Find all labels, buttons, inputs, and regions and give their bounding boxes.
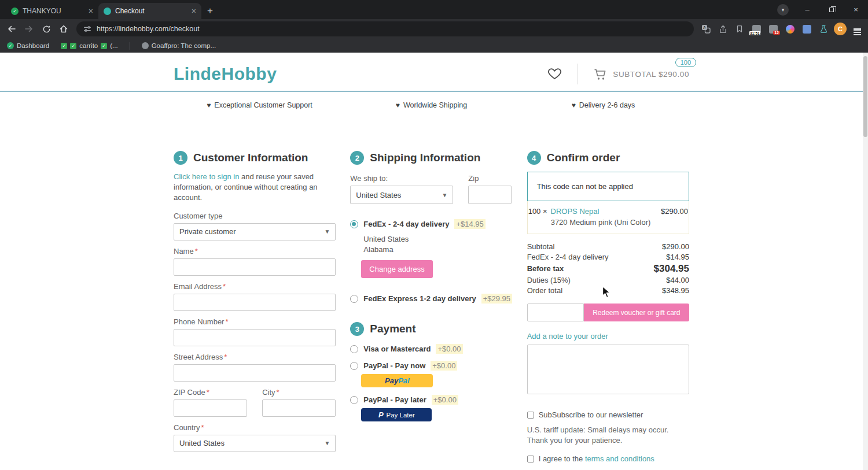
scrollbar-thumb[interactable] xyxy=(863,56,867,137)
bookmark-button[interactable] xyxy=(732,21,747,36)
terms-checkbox[interactable] xyxy=(527,456,534,462)
chevron-down-icon: ▾ xyxy=(777,4,789,16)
ship-address-country: United States xyxy=(363,234,512,245)
back-button[interactable] xyxy=(3,21,20,37)
share-button[interactable] xyxy=(715,21,730,36)
chevron-down-icon: ▼ xyxy=(324,228,330,235)
address-bar[interactable]: https://lindehobby.com/checkout xyxy=(76,21,694,36)
counter-badge: 12 xyxy=(773,31,780,35)
chevron-down-icon: ▼ xyxy=(442,192,447,198)
street-field[interactable] xyxy=(174,364,336,382)
radio-icon[interactable] xyxy=(350,362,358,370)
forward-icon xyxy=(24,24,34,34)
add-note-link[interactable]: Add a note to your order xyxy=(527,332,608,341)
forward-button[interactable] xyxy=(21,21,37,37)
tab-checkout[interactable]: Checkout × xyxy=(98,3,201,19)
bookmark-label: Dashboard xyxy=(17,42,49,49)
zip-label: Zip xyxy=(468,174,512,183)
bookmarks-divider xyxy=(130,42,130,50)
email-field[interactable] xyxy=(174,294,336,311)
bookmark-label: (... xyxy=(110,42,117,49)
zip-field[interactable] xyxy=(174,399,247,417)
step-number-badge: 3 xyxy=(350,322,364,336)
confirm-order-section: 4 Confirm order This code can not be app… xyxy=(527,151,689,463)
payment-section-header: 3 Payment xyxy=(350,322,512,336)
paypal-paylater-button[interactable]: P Pay Later xyxy=(361,408,432,421)
city-label: City* xyxy=(262,388,336,397)
bookmark-icon xyxy=(735,25,744,33)
extension-colorful-button[interactable] xyxy=(782,21,797,36)
close-button[interactable]: × xyxy=(844,0,868,19)
new-tab-button[interactable]: + xyxy=(201,5,219,19)
city-field[interactable] xyxy=(262,399,336,417)
reload-button[interactable] xyxy=(38,21,54,37)
restore-icon xyxy=(829,8,834,12)
step-number-badge: 1 xyxy=(174,151,187,165)
item-price: $290.00 xyxy=(661,207,688,216)
bookmark-label: Goaffpro: The comp... xyxy=(152,42,216,49)
phone-field[interactable] xyxy=(174,329,336,346)
phone-label: Phone Number* xyxy=(174,317,336,326)
newsletter-checkbox[interactable] xyxy=(527,412,534,419)
site-info-icon[interactable] xyxy=(83,25,91,33)
benefit-label: Exceptional Customer Support xyxy=(214,101,312,109)
ship-address-state: Alabama xyxy=(363,245,512,255)
toolbar-icons: A 31:51 12 C xyxy=(698,21,865,36)
svg-text:A: A xyxy=(703,25,706,29)
tab-search-button[interactable]: ▾ xyxy=(771,0,795,19)
tab-thankyou[interactable]: ✓ THANKYOU × xyxy=(6,3,98,19)
browser-menu-button[interactable] xyxy=(849,21,865,36)
section-title: Confirm order xyxy=(547,151,620,164)
heart-icon: ♥ xyxy=(572,101,576,109)
payment-option-paypal-later[interactable]: PayPal - Pay later +$0.00 xyxy=(350,395,512,405)
profile-button[interactable]: C xyxy=(833,21,848,36)
cart-count-badge: 100 xyxy=(675,58,696,67)
check-favicon-icon: ✓ xyxy=(70,43,76,49)
terms-link[interactable]: terms and conditions xyxy=(585,454,654,463)
colorful-extension-icon xyxy=(786,25,795,34)
ship-zip-field[interactable] xyxy=(468,186,512,204)
cart-summary[interactable]: SUBTOTAL $290.00 100 xyxy=(593,68,689,80)
shipping-option-fedex[interactable]: FedEx - 2-4 day delivery +$14.95 xyxy=(350,219,512,229)
labs-button[interactable] xyxy=(816,21,831,36)
heart-icon: ♥ xyxy=(396,101,400,109)
radio-icon[interactable] xyxy=(350,220,358,228)
voucher-code-field[interactable] xyxy=(527,304,584,321)
redeem-voucher-button[interactable]: Redeem voucher or gift card xyxy=(584,304,689,321)
name-field[interactable] xyxy=(174,258,336,276)
section-title: Customer Information xyxy=(193,151,308,164)
sign-in-link[interactable]: Click here to sign in xyxy=(174,172,239,181)
payment-option-paypal-now[interactable]: PayPal - Pay now +$0.00 xyxy=(350,361,512,371)
home-button[interactable] xyxy=(56,21,72,37)
radio-icon[interactable] xyxy=(350,295,358,303)
extension-blue-button[interactable] xyxy=(799,21,814,36)
extension-timer-button[interactable]: 31:51 xyxy=(749,21,764,36)
tab-close-icon[interactable]: × xyxy=(89,7,93,15)
bookmark-dashboard[interactable]: ✓ Dashboard xyxy=(7,42,49,49)
radio-icon[interactable] xyxy=(350,345,358,353)
change-address-button[interactable]: Change address xyxy=(361,260,432,278)
translate-icon: A xyxy=(701,24,711,34)
wishlist-button[interactable] xyxy=(547,66,562,83)
maximize-button[interactable] xyxy=(819,0,844,19)
paypal-button[interactable]: PayPal xyxy=(361,374,433,387)
bookmark-carrito[interactable]: ✓ ✓ carrito ✓ (... xyxy=(61,42,117,49)
customer-type-select[interactable]: Private customer▼ xyxy=(174,223,336,240)
tab-close-icon[interactable]: × xyxy=(192,7,196,15)
extension-counter-button[interactable]: 12 xyxy=(766,21,781,36)
item-name-link[interactable]: DROPS Nepal xyxy=(551,207,599,216)
ship-country-select[interactable]: United States▼ xyxy=(350,186,453,204)
translate-button[interactable]: A xyxy=(698,21,713,36)
site-logo[interactable]: LindeHobby xyxy=(174,64,277,84)
minimize-button[interactable]: – xyxy=(795,0,819,19)
shipping-option-fedex-express[interactable]: FedEx Express 1-2 day delivery +$29.95 xyxy=(350,294,512,304)
summary-row-subtotal: Subtotal$290.00 xyxy=(527,242,689,252)
tariff-note: U.S. tariff update: Small delays may occ… xyxy=(527,425,688,445)
payment-option-card[interactable]: Visa or Mastercard +$0.00 xyxy=(350,344,512,354)
bookmark-goaffpro[interactable]: Goaffpro: The comp... xyxy=(142,42,216,49)
country-select[interactable]: United States▼ xyxy=(174,435,336,452)
scrollbar-track[interactable] xyxy=(863,53,868,470)
order-note-textarea[interactable] xyxy=(527,345,689,394)
back-icon xyxy=(7,24,16,34)
radio-icon[interactable] xyxy=(350,396,358,404)
